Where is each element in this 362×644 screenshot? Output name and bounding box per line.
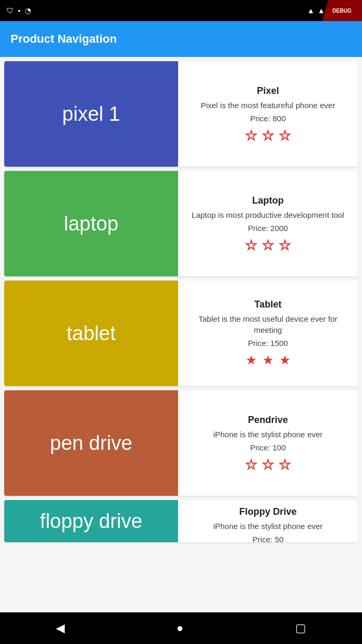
product-image-floppy: floppy drive <box>4 500 178 542</box>
product-stars-tablet: ★★★ <box>246 353 291 368</box>
product-image-laptop: laptop <box>4 171 178 276</box>
product-price-pendrive: Price: 100 <box>250 443 286 452</box>
product-image-label-laptop: laptop <box>64 213 119 235</box>
product-name-tablet: Tablet <box>255 299 282 310</box>
product-image-tablet: tablet <box>4 281 178 386</box>
star-1-tablet[interactable]: ★ <box>246 353 257 368</box>
back-icon[interactable]: ◀ <box>56 621 65 635</box>
shield-icon: 🛡 <box>6 6 14 15</box>
product-price-pixel: Price: 800 <box>250 114 286 123</box>
wifi-icon: ▲ <box>307 6 315 15</box>
product-description-pixel: Pixel is the most featureful phone ever <box>201 100 335 111</box>
product-details-pixel: Pixel Pixel is the most featureful phone… <box>178 61 358 167</box>
product-image-pendrive: pen drive <box>4 390 178 496</box>
star-2-laptop[interactable]: ★ <box>262 238 274 253</box>
star-3-pixel[interactable]: ★ <box>279 128 291 143</box>
debug-ribbon: DEBUG <box>322 0 362 21</box>
product-card-pendrive[interactable]: pen drive Pendrive iPhone is the stylist… <box>4 390 358 496</box>
product-name-laptop: Laptop <box>252 195 284 206</box>
star-3-laptop[interactable]: ★ <box>279 238 291 253</box>
star-1-pendrive[interactable]: ★ <box>246 457 257 472</box>
product-stars-pendrive: ★★★ <box>246 457 291 472</box>
product-card-floppy[interactable]: floppy drive Floppy Drive iPhone is the … <box>4 500 358 542</box>
product-details-floppy: Floppy Drive iPhone is the stylist phone… <box>178 500 358 542</box>
product-card-pixel[interactable]: pixel 1 Pixel Pixel is the most featuref… <box>4 61 358 167</box>
status-bar-left: 🛡 ▪ ◔ <box>6 6 31 15</box>
star-2-tablet[interactable]: ★ <box>262 353 274 368</box>
app-bar: Product Navigation <box>0 21 362 57</box>
product-image-label-pendrive: pen drive <box>50 432 132 455</box>
product-stars-laptop: ★★★ <box>246 238 291 253</box>
product-details-laptop: Laptop Laptop is most productive develop… <box>178 171 358 276</box>
star-3-tablet[interactable]: ★ <box>279 353 291 368</box>
signal-icon: ▲ <box>318 6 325 15</box>
home-icon[interactable]: ● <box>177 621 183 635</box>
product-name-floppy: Floppy Drive <box>239 506 297 517</box>
product-image-pixel: pixel 1 <box>4 61 178 167</box>
product-description-tablet: Tablet is the most useful device ever fo… <box>187 313 349 335</box>
product-description-laptop: Laptop is most productive development to… <box>192 209 344 220</box>
star-1-pixel[interactable]: ★ <box>246 128 257 143</box>
sync-icon: ◔ <box>25 6 31 15</box>
product-card-laptop[interactable]: laptop Laptop Laptop is most productive … <box>4 171 358 276</box>
product-name-pixel: Pixel <box>257 85 279 97</box>
star-2-pendrive[interactable]: ★ <box>262 457 274 472</box>
app-bar-title: Product Navigation <box>11 32 117 46</box>
product-price-tablet: Price: 1500 <box>248 339 288 348</box>
star-1-laptop[interactable]: ★ <box>246 238 257 253</box>
product-price-floppy: Price: 50 <box>252 535 283 542</box>
nav-bar: ◀ ● ▢ <box>0 612 362 644</box>
recent-icon[interactable]: ▢ <box>295 621 306 635</box>
product-details-pendrive: Pendrive iPhone is the stylist phone eve… <box>178 390 358 496</box>
status-bar: 🛡 ▪ ◔ DEBUG ▲ ▲ ▮ 11:14 <box>0 0 362 21</box>
product-list: pixel 1 Pixel Pixel is the most featuref… <box>0 57 362 612</box>
product-card-tablet[interactable]: tablet Tablet Tablet is the most useful … <box>4 281 358 386</box>
product-image-label-tablet: tablet <box>67 322 116 345</box>
product-price-laptop: Price: 2000 <box>248 224 288 233</box>
product-image-label-floppy: floppy drive <box>40 510 142 533</box>
product-description-floppy: iPhone is the stylist phone ever <box>213 521 323 532</box>
sim-icon: ▪ <box>18 6 21 15</box>
star-2-pixel[interactable]: ★ <box>262 128 274 143</box>
product-details-tablet: Tablet Tablet is the most useful device … <box>178 281 358 386</box>
product-stars-pixel: ★★★ <box>246 128 291 143</box>
product-image-label-pixel: pixel 1 <box>62 103 120 126</box>
product-name-pendrive: Pendrive <box>248 415 288 426</box>
product-description-pendrive: iPhone is the stylist phone ever <box>213 429 323 440</box>
star-3-pendrive[interactable]: ★ <box>279 457 291 472</box>
